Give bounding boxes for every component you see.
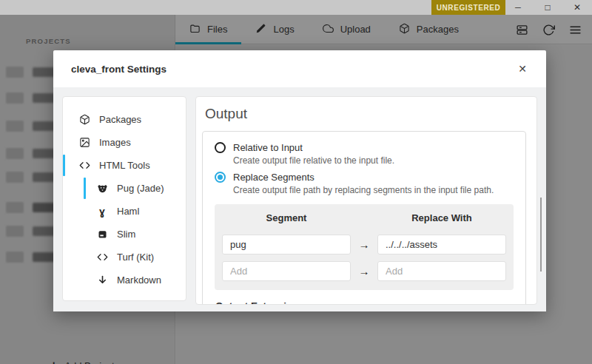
segment-input[interactable] [222,235,351,255]
nav-label: Markdown [117,274,161,286]
project-item[interactable] [6,170,59,183]
pen-icon [255,23,266,36]
option-relative-to-input: Relative to Input Create output file rel… [215,142,514,166]
unregistered-badge[interactable]: UNREGISTERED [431,0,505,15]
column-header-replace-with: Replace With [377,210,506,228]
hamburger-menu-icon[interactable] [569,24,582,36]
minimize-button[interactable]: ─ [503,0,533,15]
arrow-down-icon [96,274,108,286]
layout-rows-icon[interactable] [516,24,528,36]
toolbar [516,15,582,44]
project-icon [6,148,24,159]
option-description: Create output file relative to the input… [233,155,514,166]
slim-icon [96,229,108,240]
nav-item-markdown[interactable]: Markdown [63,269,186,291]
arrow-right-icon: → [351,238,377,251]
tab-label: Upload [340,24,371,35]
active-indicator [63,155,65,176]
radio-selected[interactable] [215,172,226,183]
nav-label: Turf (Kit) [117,252,154,263]
option-label: Relative to Input [233,142,303,153]
close-window-button[interactable]: ✕ [562,0,592,15]
nav-item-turf-kit[interactable]: Turf (Kit) [63,246,186,269]
tab-label: Files [207,24,227,35]
plus-icon: + [50,360,57,364]
nav-label: HTML Tools [99,160,150,171]
pug-icon [96,183,108,194]
column-header-segment: Segment [222,210,351,228]
project-icon [6,202,24,213]
package-icon [78,114,90,125]
nav-item-packages[interactable]: Packages [63,108,186,131]
project-icon [6,67,24,78]
window-titlebar: UNREGISTERED ─ □ ✕ [0,0,592,15]
dialog-header: cleva_front Settings ✕ [53,50,546,87]
option-label: Replace Segments [233,172,314,183]
segments-panel: Segment Replace With → → [215,204,514,290]
tab-packages[interactable]: Packages [385,15,473,44]
haml-icon: ɣ [96,206,108,217]
dialog-body: Packages Images HTML Tools [53,87,546,311]
output-extension-heading: Output Extension [215,300,514,305]
tab-label: Packages [417,24,459,35]
folder-icon [189,23,201,36]
tab-upload[interactable]: Upload [309,15,385,44]
output-heading: Output [205,106,536,122]
package-icon [399,23,410,36]
nav-label: Pug (Jade) [117,183,164,194]
radio-unselected[interactable] [215,142,226,153]
add-project-button[interactable]: + Add Project [50,360,115,364]
arrow-right-icon: → [351,265,377,277]
output-settings-panel: Output Relative to Input Create output f… [195,96,537,305]
settings-dialog: cleva_front Settings ✕ Packages Images [53,50,546,311]
option-replace-segments: Replace Segments Create output file path… [215,172,514,195]
segment-add-input[interactable] [222,261,351,281]
image-icon [78,137,90,148]
nav-label: Haml [117,206,139,217]
projects-header: PROJECTS [26,37,71,45]
radio-row-relative-to-input[interactable]: Relative to Input [215,142,514,153]
nav-label: Slim [117,229,135,240]
dialog-close-icon[interactable]: ✕ [514,60,531,78]
project-icon [6,92,24,104]
nav-item-html-tools[interactable]: HTML Tools [63,154,186,177]
replace-with-input[interactable] [377,235,506,255]
project-icon [6,172,24,183]
nav-label: Images [99,137,131,148]
code-icon [78,160,90,171]
nav-label: Packages [99,114,141,125]
nav-item-haml[interactable]: ɣ Haml [63,200,186,223]
code-icon [96,252,108,263]
project-icon [6,252,24,263]
nav-item-slim[interactable]: Slim [63,223,186,246]
project-icon [6,121,24,132]
replace-add-input[interactable] [377,261,506,281]
nav-item-images[interactable]: Images [63,131,186,154]
maximize-button[interactable]: □ [533,0,562,15]
add-project-label: Add Project [64,360,114,364]
radio-row-replace-segments[interactable]: Replace Segments [215,172,514,183]
tab-files[interactable]: Files [175,15,241,44]
column-header-spacer [351,216,377,223]
active-indicator [84,178,86,199]
nav-item-pug-jade[interactable]: Pug (Jade) [63,177,186,200]
settings-nav: Packages Images HTML Tools [62,96,186,301]
project-icon [6,226,24,237]
cloud-icon [323,23,334,36]
app-window: PROJECTS + Add Project Files Logs [0,0,592,364]
window-controls: ─ □ ✕ [503,0,592,15]
output-options-box: Relative to Input Create output file rel… [202,131,526,305]
dialog-title: cleva_front Settings [71,64,166,75]
tab-logs[interactable]: Logs [241,15,308,44]
tab-label: Logs [273,24,294,35]
dialog-scrollbar[interactable] [540,198,542,272]
refresh-icon[interactable] [542,24,555,36]
option-description: Create output file path by replacing seg… [233,185,514,195]
